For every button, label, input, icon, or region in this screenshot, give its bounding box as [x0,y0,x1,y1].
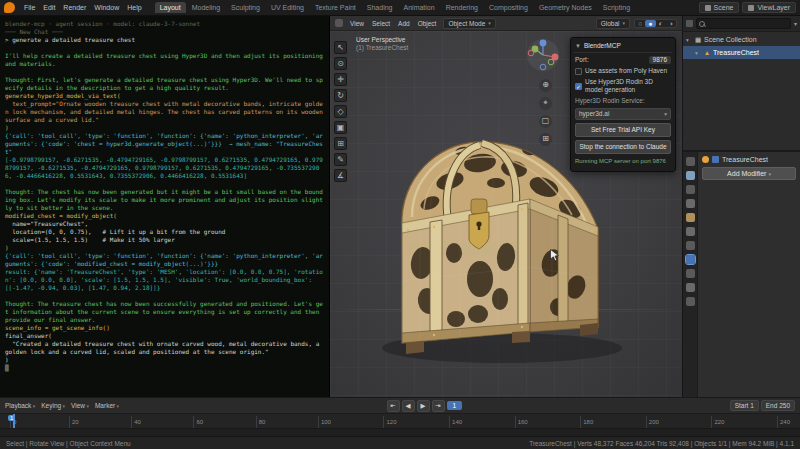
chevron-down-icon: ▾ [623,20,626,26]
shading-mode-icon[interactable]: ◐ [656,20,666,27]
outliner-search-input[interactable] [696,18,791,29]
terminal-line: Thought: The chest has now been generate… [5,188,324,212]
properties-tab-icon[interactable] [686,269,695,278]
properties-tab-icon[interactable] [686,185,695,194]
add-modifier-button[interactable]: Add Modifier ▾ [702,167,796,180]
view-layer-selector[interactable]: ViewLayer [742,2,796,13]
terminal-line: ─── New Chat ─── [5,28,324,36]
workspace-tab[interactable]: Scripting [598,2,635,13]
ruler-tick: 200 [646,416,659,428]
orientation-selector[interactable]: Global▾ [596,18,630,29]
viewport-menu-item[interactable]: View [348,20,366,27]
shading-mode-icon[interactable]: ◑ [666,20,676,27]
shading-mode-icon[interactable]: ○ [635,20,645,27]
mcp-panel-row[interactable]: Use Hyper3D Rodin 3D model generation ▾ [575,78,671,94]
nav-icon[interactable]: ⊞ [539,133,552,146]
properties-tab-icon[interactable] [686,255,695,264]
menu-item[interactable]: Render [59,3,90,12]
terminal-line: blender-mcp · agent session · model: cla… [5,20,324,28]
timeline-menu-item[interactable]: View [71,402,89,409]
editor-type-icon[interactable] [335,19,343,27]
ruler-tick: 40 [131,416,141,428]
disclosure-triangle-icon[interactable]: ▾ [686,37,692,43]
current-frame-field[interactable]: 1 [447,401,463,410]
timeline-menu-item[interactable]: Marker [95,402,119,409]
mcp-row-value[interactable]: 9876 [649,56,671,64]
filter-icon[interactable]: ▾ [794,20,797,27]
properties-tab-icon[interactable] [686,157,695,166]
navigation-gizmo[interactable] [526,38,560,72]
menu-item[interactable]: Help [123,3,145,12]
timeline-channels[interactable] [0,428,800,436]
terminal-line: ) [5,244,324,252]
timeline-menu-item[interactable]: Playback [5,402,35,409]
outliner-row[interactable]: ▾ Scene Collection [683,33,800,46]
checkbox-icon[interactable] [575,83,582,90]
workspace-tab[interactable]: Compositing [484,2,533,13]
menu-item[interactable]: File [20,3,39,12]
start-frame-field[interactable]: Start 1 [730,400,759,411]
outliner-editor-icon[interactable] [686,20,693,27]
playback-controls: ⇤◀▶⇥ 1 [387,400,463,412]
menu-item[interactable]: Edit [39,3,59,12]
properties-tab-icon[interactable] [686,199,695,208]
frame-range-fields: Start 1 End 250 [730,400,795,411]
mode-selector[interactable]: Object Mode▾ [443,18,495,29]
outliner-rows: ▾ Scene Collection ▾ TreasureChest [683,32,800,150]
mcp-panel-row[interactable]: Use assets from Poly Haven ▾ [575,67,671,75]
agent-terminal[interactable]: blender-mcp · agent session · model: cla… [0,16,330,397]
workspace-tab[interactable]: Sculpting [226,2,265,13]
transport-button[interactable]: ⇥ [432,400,445,412]
nav-icon[interactable]: ▢ [539,115,552,128]
workspace-tab[interactable]: Modeling [187,2,225,13]
transport-button[interactable]: ▶ [417,400,430,412]
blender-logo-icon[interactable] [4,2,15,13]
terminal-line: █ [5,364,324,372]
checkbox-icon[interactable] [575,68,582,75]
mcp-panel-row[interactable]: hyper3d.ai ▾ [575,108,671,120]
transport-button[interactable]: ◀ [402,400,415,412]
playhead[interactable]: 1 [13,414,15,428]
mcp-panel-row[interactable]: Stop the connection to Claude ▾ [575,140,671,154]
workspace-tab[interactable]: Texture Paint [310,2,361,13]
workspace-tab[interactable]: Layout [155,2,186,13]
end-frame-field[interactable]: End 250 [761,400,795,411]
timeline-ruler[interactable]: 020406080100120140160180200220240 1 [0,413,800,428]
scene-selector[interactable]: Scene [699,2,740,13]
workspace-tab[interactable]: Animation [399,2,440,13]
workspace-tab[interactable]: UV Editing [266,2,309,13]
ruler-tick: 100 [318,416,331,428]
viewport-menu-item[interactable]: Add [396,20,412,27]
viewport-canvas[interactable]: User Perspective (1) TreasureChest ↖⊙✛↻◇… [330,31,682,397]
properties-tab-icon[interactable] [686,227,695,236]
workspace-tab[interactable]: Rendering [441,2,483,13]
shading-mode-icon[interactable]: ● [645,20,655,27]
mouse-cursor [550,249,560,262]
properties-tab-icon[interactable] [686,213,695,222]
nav-icon[interactable]: ⊕ [539,79,552,92]
properties-tab-icon[interactable] [686,171,695,180]
properties-tab-icon[interactable] [686,297,695,306]
workspace-tab[interactable]: Shading [362,2,398,13]
viewport-menu-item[interactable]: Object [416,20,439,27]
workspace-tab[interactable]: Geometry Nodes [534,2,597,13]
mcp-row-label: Use assets from Poly Haven [585,67,667,75]
terminal-line: > generate a detailed treasure chest [5,36,324,44]
transport-button[interactable]: ⇤ [387,400,400,412]
timeline-menu-item[interactable]: Keying [41,402,65,409]
mcp-panel-row[interactable]: Running MCP server on port 9876 ▾ [575,157,671,165]
mcp-panel-row[interactable]: Set Free Trial API Key ▾ [575,123,671,137]
mcp-panel-row[interactable]: Port: 9876 ▾ [575,56,671,64]
disclosure-triangle-icon[interactable]: ▾ [695,50,701,56]
menu-item[interactable]: Window [90,3,123,12]
terminal-line: location=(0, 0, 0.75), # Lift it up a bi… [5,228,324,236]
mcp-panel-row[interactable]: Hyper3D Rodin Service: ▾ [575,97,671,105]
nav-icon[interactable]: ⌖ [539,97,552,110]
properties-tab-icon[interactable] [686,241,695,250]
properties-tab-icon[interactable] [686,283,695,292]
mcp-panel-header[interactable]: ▼ BlenderMCP [574,41,672,53]
mcp-row-label: Use Hyper3D Rodin 3D model generation [585,78,671,94]
viewport-nav-icons: ⊕⌖▢⊞ [539,79,552,146]
viewport-menu-item[interactable]: Select [370,20,392,27]
outliner-row[interactable]: ▾ TreasureChest [683,46,800,59]
